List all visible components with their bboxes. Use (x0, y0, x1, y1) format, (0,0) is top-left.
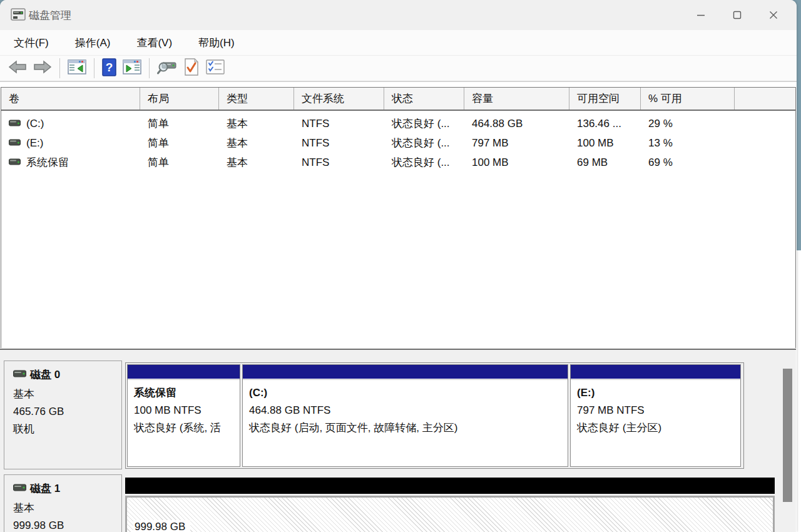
cell-status: 状态良好 (... (384, 155, 464, 170)
unallocated-color-bar (125, 478, 775, 494)
cell-type: 基本 (219, 136, 294, 150)
vertical-scrollbar-thumb[interactable] (783, 369, 792, 502)
back-button[interactable] (5, 57, 30, 79)
menu-file[interactable]: 文件(F) (10, 33, 53, 53)
cell-pctfree: 13 % (641, 137, 735, 150)
show-action-pane-button[interactable] (120, 57, 145, 79)
column-header-capacity[interactable]: 容量 (464, 88, 569, 110)
volume-drive-icon (9, 137, 21, 150)
cell-layout: 简单 (140, 136, 219, 150)
cell-capacity: 797 MB (464, 137, 569, 150)
cell-type: 基本 (219, 155, 294, 170)
cell-freespace: 100 MB (569, 137, 641, 150)
table-row-system-reserved[interactable]: 系统保留 简单 基本 NTFS 状态良好 (... 100 MB 69 MB 6… (1, 153, 795, 172)
help-icon: ? (102, 58, 116, 79)
console-tree-icon (68, 59, 86, 78)
cell-status: 状态良好 (... (384, 116, 464, 131)
menu-help[interactable]: 帮助(H) (195, 33, 238, 53)
partition-size: 100 MB NTFS (134, 402, 240, 419)
svg-text:?: ? (106, 61, 113, 74)
cell-capacity: 100 MB (464, 156, 569, 169)
disk1-unallocated-region[interactable]: 999.98 GB (125, 478, 775, 532)
volume-drive-icon (9, 118, 21, 130)
toolbar-separator (59, 58, 60, 78)
cell-layout: 简单 (140, 155, 219, 170)
cell-capacity: 464.88 GB (464, 118, 569, 130)
partition-status: 状态良好 (主分区) (577, 419, 740, 437)
primary-partition-color-bar (571, 365, 740, 379)
window-title: 磁盘管理 (29, 8, 71, 23)
menu-action[interactable]: 操作(A) (71, 33, 115, 53)
close-button[interactable] (755, 0, 792, 30)
partition-c[interactable]: (C:) 464.88 GB NTFS 状态良好 (启动, 页面文件, 故障转储… (242, 364, 568, 467)
cell-freespace: 136.46 ... (569, 118, 641, 130)
disk-management-window: 磁盘管理 文件(F) 操作(A) 查看(V) 帮助(H) (0, 0, 797, 532)
disk0-partition-group: 系统保留 100 MB NTFS 状态良好 (系统, 活 (C:) 464.88… (125, 362, 744, 469)
show-console-tree-button[interactable] (64, 57, 89, 79)
primary-partition-color-bar (128, 365, 240, 379)
column-header-filesystem[interactable]: 文件系统 (294, 88, 384, 110)
check-document-button[interactable] (180, 57, 203, 79)
partition-name: 系统保留 (134, 384, 240, 402)
disk-management-app-icon (10, 7, 26, 24)
partition-status: 状态良好 (启动, 页面文件, 故障转储, 主分区) (249, 419, 568, 437)
disk1-label-panel[interactable]: 磁盘 1 基本 999.98 GB (4, 474, 122, 532)
disk-type: 基本 (13, 499, 121, 517)
cell-filesystem: NTFS (294, 156, 384, 169)
column-header-volume[interactable]: 卷 (1, 88, 140, 110)
disk-magnifier-icon (157, 59, 177, 78)
volume-list-header: 卷 布局 类型 文件系统 状态 容量 可用空间 % 可用 (1, 88, 795, 111)
graphical-view-pane: 磁盘 0 基本 465.76 GB 联机 系统保留 100 MB NTFS 状态… (0, 350, 796, 532)
cell-filesystem: NTFS (294, 137, 384, 150)
back-arrow-icon (8, 59, 27, 77)
partition-e[interactable]: (E:) 797 MB NTFS 状态良好 (主分区) (570, 364, 741, 467)
toolbar: ? (0, 55, 797, 82)
volume-drive-icon (9, 156, 21, 169)
disk-drive-icon (13, 369, 26, 381)
help-button[interactable]: ? (99, 57, 120, 79)
cell-layout: 简单 (140, 116, 219, 131)
disk-name: 磁盘 0 (30, 367, 60, 382)
unallocated-hatch-area: 999.98 GB (125, 496, 775, 532)
primary-partition-color-bar (243, 365, 568, 379)
cell-pctfree: 29 % (641, 118, 735, 130)
volume-list: 卷 布局 类型 文件系统 状态 容量 可用空间 % 可用 (C:) 简单 基本 … (1, 87, 796, 349)
partition-system-reserved[interactable]: 系统保留 100 MB NTFS 状态良好 (系统, 活 (127, 364, 240, 467)
volume-name: 系统保留 (26, 155, 69, 170)
title-bar: 磁盘管理 (0, 0, 797, 30)
checklist-button[interactable] (203, 57, 228, 79)
disk0-label-panel[interactable]: 磁盘 0 基本 465.76 GB 联机 (4, 361, 122, 469)
forward-button[interactable] (30, 57, 55, 79)
unallocated-size-label: 999.98 GB (133, 520, 190, 532)
cell-pctfree: 69 % (641, 156, 735, 169)
partition-name: (C:) (249, 384, 568, 402)
toolbar-separator (149, 58, 150, 78)
partition-status: 状态良好 (系统, 活 (134, 419, 240, 437)
maximize-button[interactable] (719, 0, 755, 30)
disk-name: 磁盘 1 (30, 481, 60, 496)
cell-filesystem: NTFS (294, 118, 384, 130)
table-row-volume-e[interactable]: (E:) 简单 基本 NTFS 状态良好 (... 797 MB 100 MB … (1, 133, 795, 153)
disk-size: 999.98 GB (13, 517, 121, 532)
volume-name: (C:) (26, 118, 44, 130)
minimize-button[interactable] (683, 0, 719, 30)
partition-size: 797 MB NTFS (577, 402, 740, 419)
toolbar-separator (94, 58, 94, 78)
column-header-pctfree[interactable]: % 可用 (641, 88, 735, 110)
column-header-status[interactable]: 状态 (384, 88, 464, 110)
column-header-freespace[interactable]: 可用空间 (569, 88, 641, 110)
cell-type: 基本 (219, 116, 294, 131)
column-header-type[interactable]: 类型 (219, 88, 294, 110)
checklist-icon (206, 59, 225, 78)
action-pane-icon (123, 59, 141, 78)
partition-size: 464.88 GB NTFS (249, 402, 568, 419)
partition-name: (E:) (577, 384, 740, 402)
column-header-layout[interactable]: 布局 (140, 88, 219, 110)
volume-name: (E:) (26, 137, 43, 150)
rescan-disks-button[interactable] (154, 57, 180, 79)
forward-arrow-icon (33, 59, 52, 77)
table-row-volume-c[interactable]: (C:) 简单 基本 NTFS 状态良好 (... 464.88 GB 136.… (1, 114, 795, 133)
cell-freespace: 69 MB (569, 156, 641, 169)
menu-view[interactable]: 查看(V) (133, 33, 176, 53)
column-header-filler (735, 88, 795, 110)
